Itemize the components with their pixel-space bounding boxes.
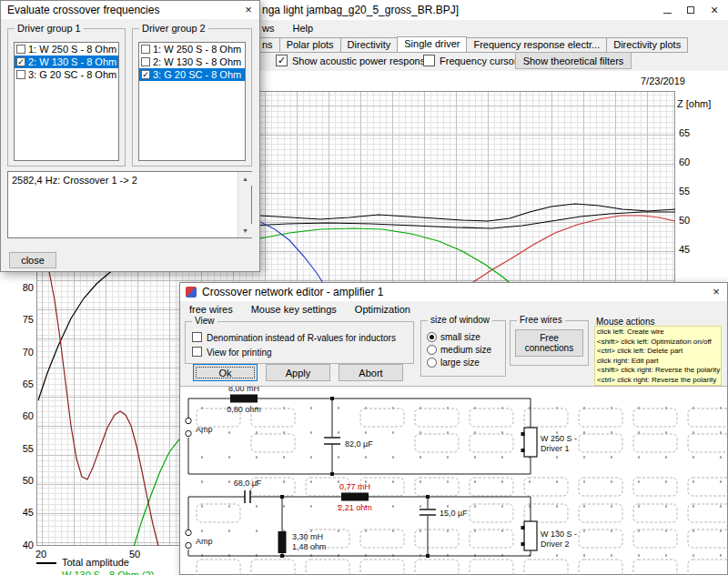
driver-list-item[interactable]: 3: G 20 SC - 8 Ohm [15, 68, 118, 81]
empty-part-slot[interactable] [633, 560, 677, 575]
frequency-cursor-checkbox[interactable] [423, 55, 435, 66]
empty-part-slot[interactable] [688, 478, 727, 496]
apply-button[interactable]: Apply [266, 364, 330, 381]
tab-directivity[interactable]: Directivity [340, 37, 399, 53]
empty-part-slot[interactable] [470, 409, 513, 427]
minimize-icon[interactable] [655, 0, 679, 20]
editor-menu-item-free-wires[interactable]: free wires [187, 303, 235, 316]
driver-list-item[interactable]: 2: W 130 S - 8 Ohm [139, 55, 245, 68]
tab-polar-plots[interactable]: Polar plots [279, 37, 341, 53]
empty-part-slot[interactable] [524, 560, 568, 575]
empty-part-slot[interactable] [360, 560, 404, 575]
close-icon[interactable]: × [703, 0, 726, 20]
size-option-medium-size[interactable]: medium size [427, 343, 491, 356]
empty-part-slot[interactable] [633, 530, 677, 548]
empty-part-slots [197, 409, 727, 575]
driver-item-checkbox[interactable] [141, 57, 150, 66]
tab-frequency-response-electr[interactable]: Frequency response electr... [466, 37, 607, 53]
dialog-close-icon[interactable]: × [238, 1, 259, 19]
size-option-large-size[interactable]: large size [427, 356, 491, 368]
driver-item-checkbox[interactable] [16, 70, 25, 79]
empty-part-slot[interactable] [470, 530, 513, 548]
inductor-8mh[interactable] [230, 395, 258, 403]
driver-list-item[interactable]: 1: W 250 S - 8 Ohm [15, 43, 118, 55]
empty-part-slot[interactable] [197, 504, 240, 522]
close-button[interactable]: close [9, 252, 56, 268]
driver-item-checkbox[interactable]: ✓ [16, 57, 25, 66]
menu-item-help[interactable]: Help [290, 22, 315, 36]
denomination-checkbox[interactable] [192, 332, 202, 342]
view-for-printing-checkbox[interactable] [192, 347, 202, 357]
empty-part-slot[interactable] [633, 504, 677, 522]
inductor-33mh[interactable] [278, 531, 287, 553]
menu-item-ws[interactable]: ws [260, 22, 276, 36]
driver-group-1-list[interactable]: 1: W 250 S - 8 Ohm✓2: W 130 S - 8 Ohm3: … [14, 42, 119, 161]
radio-icon[interactable] [427, 345, 437, 355]
driver-list-item[interactable]: ✓2: W 130 S - 8 Ohm [15, 55, 118, 68]
editor-menu-item-mouse-key-settings[interactable]: Mouse key settings [249, 303, 339, 316]
driver-group-2-list[interactable]: 1: W 250 S - 8 Ohm2: W 130 S - 8 Ohm✓3: … [138, 42, 246, 161]
show-theoretical-filters-button[interactable]: Show theoretical filters [515, 52, 632, 69]
empty-part-slot[interactable] [579, 504, 622, 522]
empty-part-slot[interactable] [579, 560, 622, 575]
empty-part-slot[interactable] [524, 478, 568, 496]
abort-button[interactable]: Abort [339, 364, 403, 381]
driver-item-label: 2: W 130 S - 8 Ohm [28, 56, 116, 67]
driver-list-item[interactable]: ✓3: G 20 SC - 8 Ohm [139, 68, 245, 81]
empty-part-slot[interactable] [688, 504, 727, 522]
ok-button[interactable]: Ok [193, 364, 258, 381]
editor-titlebar[interactable]: Crossover network editor - amplifier 1 × [180, 283, 727, 301]
empty-part-slot[interactable] [197, 560, 240, 575]
dialog-titlebar[interactable]: Evaluate crossover frequencies × [1, 1, 259, 19]
empty-part-slot[interactable] [579, 530, 622, 548]
empty-part-slot[interactable] [470, 560, 513, 575]
radio-icon[interactable] [427, 332, 437, 342]
empty-part-slot[interactable] [470, 434, 513, 452]
driver-list-item[interactable]: 1: W 250 S - 8 Ohm [139, 43, 245, 55]
empty-part-slot[interactable] [688, 409, 727, 427]
editor-menu-item-optimization[interactable]: Optimization [353, 303, 412, 316]
circuit-diagram[interactable]: 8,00 mH 0,80 ohm 82,0 µF Amp W 250 S - D… [180, 387, 727, 575]
empty-part-slot[interactable] [251, 560, 295, 575]
empty-part-slot[interactable] [688, 530, 727, 548]
empty-part-slot[interactable] [251, 434, 295, 452]
empty-part-slot[interactable] [415, 478, 459, 496]
size-options: small sizemedium sizelarge size [427, 330, 491, 368]
empty-part-slot[interactable] [633, 409, 677, 427]
empty-part-slot[interactable] [306, 560, 349, 575]
result-scrollbar[interactable]: ▲ ▼ [238, 172, 251, 237]
tab-directivity-plots[interactable]: Directivity plots [606, 37, 688, 53]
driver-item-checkbox[interactable] [16, 45, 25, 54]
empty-part-slot[interactable] [415, 409, 459, 427]
empty-part-slot[interactable] [360, 409, 404, 427]
maximize-icon[interactable] [679, 0, 703, 20]
tab-single-driver[interactable]: Single driver [397, 36, 467, 53]
radio-icon[interactable] [427, 358, 437, 368]
scroll-up-icon[interactable]: ▲ [238, 172, 252, 186]
empty-part-slot[interactable] [470, 478, 513, 496]
size-option-small-size[interactable]: small size [427, 330, 491, 343]
empty-part-slot[interactable] [633, 434, 677, 452]
circuit-editor-area[interactable]: 8,00 mH 0,80 ohm 82,0 µF Amp W 250 S - D… [180, 386, 727, 574]
driver-2-symbol[interactable] [521, 521, 538, 550]
size-option-label: medium size [440, 345, 491, 355]
empty-part-slot[interactable] [579, 409, 622, 427]
editor-close-icon[interactable]: × [705, 283, 727, 301]
empty-part-slot[interactable] [360, 530, 404, 548]
empty-part-slot[interactable] [415, 530, 459, 548]
empty-part-slot[interactable] [633, 478, 677, 496]
driver-item-checkbox[interactable] [141, 45, 150, 54]
inductor-077mh[interactable] [341, 493, 369, 501]
empty-part-slot[interactable] [579, 434, 622, 452]
empty-part-slot[interactable] [688, 560, 727, 575]
empty-part-slot[interactable] [470, 504, 513, 522]
driver-1-symbol[interactable] [521, 428, 538, 457]
empty-part-slot[interactable] [415, 560, 459, 575]
driver-item-checkbox[interactable]: ✓ [141, 70, 150, 79]
empty-part-slot[interactable] [415, 434, 459, 452]
free-connections-button[interactable]: Free connections [515, 329, 583, 357]
show-acoustic-power-checkbox[interactable]: ✓ [276, 55, 288, 66]
empty-part-slot[interactable] [579, 478, 622, 496]
scroll-down-icon[interactable]: ▼ [238, 224, 252, 237]
empty-part-slot[interactable] [688, 434, 727, 452]
